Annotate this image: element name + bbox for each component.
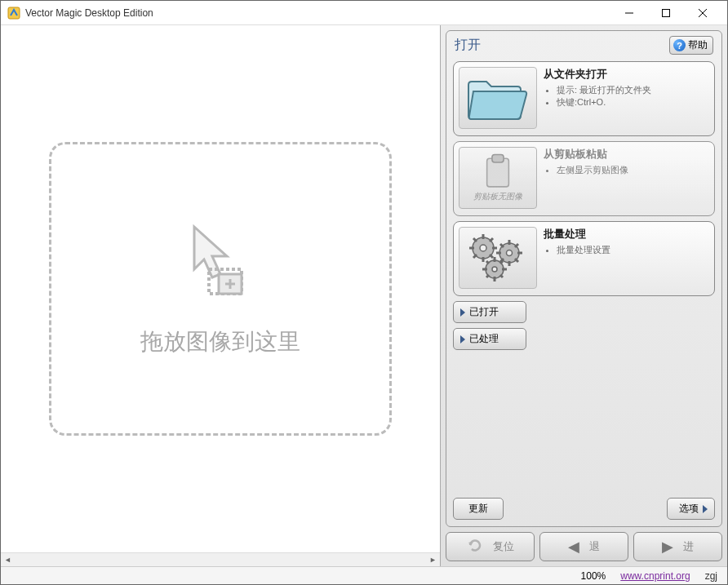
close-button[interactable] <box>684 1 721 24</box>
scroll-right-icon[interactable]: ► <box>426 553 440 567</box>
folder-title: 从文件夹打开 <box>544 67 709 82</box>
svg-line-40 <box>486 261 489 264</box>
reset-button[interactable]: 复位 <box>446 532 535 561</box>
app-icon <box>7 7 20 20</box>
help-icon: ? <box>673 39 686 51</box>
triangle-left-icon: ◀ <box>568 538 579 556</box>
svg-line-39 <box>500 261 503 264</box>
gears-icon <box>459 227 537 289</box>
scroll-left-icon[interactable]: ◄ <box>1 553 15 567</box>
svg-line-27 <box>515 259 518 262</box>
statusbar: 100% www.cnprint.org zgj <box>1 566 727 584</box>
dropzone-label: 拖放图像到这里 <box>140 326 300 357</box>
help-label: 帮助 <box>688 38 708 52</box>
dropzone[interactable]: 拖放图像到这里 <box>49 142 392 436</box>
body: 拖放图像到这里 ◄ ► 打开 ? 帮助 <box>1 25 727 566</box>
panel-title: 打开 <box>455 37 481 54</box>
app-window: Vector Magic Desktop Edition 拖放图像到这里 <box>0 0 728 585</box>
chevron-right-icon <box>460 335 465 343</box>
open-panel: 打开 ? 帮助 从文件夹打开 <box>446 30 722 527</box>
svg-line-37 <box>500 275 503 277</box>
sidebar: 打开 ? 帮助 从文件夹打开 <box>441 25 727 566</box>
nav-row: 复位 ◀ 退 ▶ 进 <box>446 532 722 561</box>
batch-sub: 批量处理设置 <box>557 244 709 256</box>
help-button[interactable]: ? 帮助 <box>669 36 713 55</box>
svg-point-12 <box>480 245 486 251</box>
svg-line-38 <box>486 275 489 277</box>
window-controls <box>610 1 721 24</box>
back-label: 退 <box>589 539 600 554</box>
panel-footer: 更新 选项 <box>453 496 715 520</box>
zoom-level: 100% <box>581 570 606 582</box>
undo-icon <box>467 538 483 556</box>
window-title: Vector Magic Desktop Edition <box>25 7 610 19</box>
status-link[interactable]: www.cnprint.org <box>620 570 690 582</box>
clipboard-thumb-caption: 剪贴板无图像 <box>473 191 522 202</box>
svg-line-29 <box>515 244 518 247</box>
folder-icon <box>459 67 537 129</box>
options-label: 选项 <box>679 502 699 516</box>
panel-header: 打开 ? 帮助 <box>453 36 715 56</box>
processed-toggle[interactable]: 已处理 <box>453 328 526 350</box>
clipboard-icon: 剪贴板无图像 <box>459 147 537 209</box>
batch-title: 批量处理 <box>544 227 709 242</box>
opened-toggle[interactable]: 已打开 <box>453 301 526 323</box>
svg-line-30 <box>500 244 504 247</box>
clipboard-title: 从剪贴板粘贴 <box>544 147 709 162</box>
svg-line-20 <box>473 238 477 242</box>
svg-line-19 <box>490 238 493 242</box>
batch-process-card[interactable]: 批量处理 批量处理设置 <box>453 221 715 296</box>
folder-hint: 提示: 最近打开的文件夹 <box>557 84 709 96</box>
opened-label: 已打开 <box>469 305 499 319</box>
batch-info: 批量处理 批量处理设置 <box>544 227 709 290</box>
titlebar: Vector Magic Desktop Edition <box>1 1 727 25</box>
open-from-folder-card[interactable]: 从文件夹打开 提示: 最近打开的文件夹 快键:Ctrl+O. <box>453 61 715 136</box>
svg-rect-2 <box>662 9 669 16</box>
back-button[interactable]: ◀ 退 <box>539 532 628 561</box>
reset-label: 复位 <box>493 539 514 554</box>
folder-info: 从文件夹打开 提示: 最近打开的文件夹 快键:Ctrl+O. <box>544 67 709 131</box>
main-content: 拖放图像到这里 <box>1 25 440 552</box>
update-button[interactable]: 更新 <box>453 498 504 520</box>
processed-label: 已处理 <box>469 332 499 346</box>
svg-rect-10 <box>492 155 504 162</box>
forward-label: 进 <box>683 539 694 554</box>
main-area: 拖放图像到这里 ◄ ► <box>1 25 441 566</box>
status-user: zgj <box>705 570 717 582</box>
paste-from-clipboard-card[interactable]: 剪贴板无图像 从剪贴板粘贴 左侧显示剪贴图像 <box>453 141 715 216</box>
maximize-button[interactable] <box>647 1 684 24</box>
triangle-right-icon: ▶ <box>662 538 673 556</box>
options-button[interactable]: 选项 <box>667 498 715 520</box>
horizontal-scrollbar[interactable]: ◄ ► <box>1 552 440 566</box>
svg-line-18 <box>473 255 477 258</box>
chevron-right-icon <box>460 308 465 317</box>
minimize-button[interactable] <box>610 1 647 24</box>
svg-point-22 <box>507 250 513 256</box>
clipboard-info: 从剪贴板粘贴 左侧显示剪贴图像 <box>544 147 709 211</box>
clipboard-sub: 左侧显示剪贴图像 <box>557 164 709 176</box>
folder-shortcut: 快键:Ctrl+O. <box>557 96 709 109</box>
svg-line-17 <box>490 255 493 258</box>
svg-point-32 <box>492 267 497 272</box>
forward-button[interactable]: ▶ 进 <box>633 532 722 561</box>
chevron-right-icon <box>703 505 708 513</box>
cursor-drop-icon <box>180 220 261 302</box>
